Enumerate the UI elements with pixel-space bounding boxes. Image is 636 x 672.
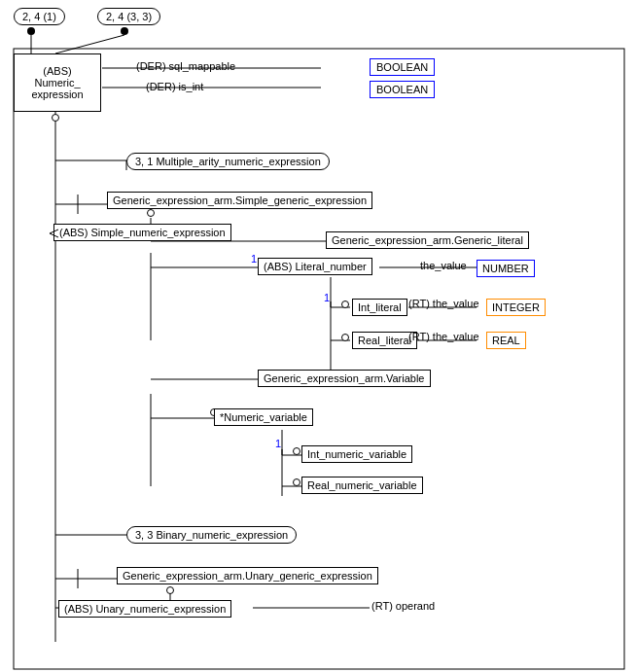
real-literal-box: Real_literal bbox=[352, 332, 417, 349]
filled-circle-2 bbox=[121, 27, 128, 35]
tag2: 2, 4 (3, 3) bbox=[97, 8, 160, 25]
filled-circle-1 bbox=[27, 27, 35, 35]
blue-1-int: 1 bbox=[324, 292, 330, 303]
tag1: 2, 4 (1) bbox=[14, 8, 65, 25]
diagram-container: 2, 4 (1) 2, 4 (3, 3) (ABS) Numeric_ expr… bbox=[0, 0, 636, 672]
boolean-box-2: BOOLEAN bbox=[370, 81, 435, 98]
generic-literal-box: Generic_expression_arm.Generic_literal bbox=[326, 231, 529, 249]
rt-the-value-1: (RT) the_value bbox=[408, 298, 479, 309]
integer-box: INTEGER bbox=[486, 299, 546, 316]
number-box: NUMBER bbox=[477, 260, 535, 277]
small-circle-intnumvar bbox=[293, 447, 300, 455]
rt-operand-label: (RT) operand bbox=[371, 600, 435, 612]
der-sql-label: (DER) sql_mappable bbox=[136, 60, 235, 72]
small-circle-real bbox=[341, 334, 349, 341]
numeric-variable-box: *Numeric_variable bbox=[214, 408, 313, 426]
literal-number-box: (ABS) Literal_number bbox=[258, 258, 372, 275]
the-value-label: the_value bbox=[420, 260, 467, 271]
small-circle-abs bbox=[52, 114, 59, 122]
generic-variable-box: Generic_expression_arm.Variable bbox=[258, 370, 431, 387]
simple-numeric-box: (ABS) Simple_numeric_expression bbox=[53, 224, 231, 241]
small-circle-realnumvar bbox=[293, 478, 300, 486]
der-isint-label: (DER) is_int bbox=[146, 81, 203, 92]
rt-the-value-2: (RT) the_value bbox=[408, 331, 479, 342]
unary-numeric-box: (ABS) Unary_numeric_expression bbox=[58, 600, 231, 618]
small-circle-generic-simple bbox=[147, 209, 155, 217]
real-numeric-variable-box: Real_numeric_variable bbox=[301, 477, 423, 494]
boolean-box-1: BOOLEAN bbox=[370, 58, 435, 76]
generic-unary-box: Generic_expression_arm.Unary_generic_exp… bbox=[117, 567, 378, 584]
multiple-arity-box: 3, 1 Multiple_arity_numeric_expression bbox=[126, 153, 330, 170]
blue-1-label: 1 bbox=[251, 253, 257, 265]
generic-simple-box: Generic_expression_arm.Simple_generic_ex… bbox=[107, 192, 372, 209]
binary-numeric-box: 3, 3 Binary_numeric_expression bbox=[126, 526, 297, 544]
numeric-expression-box: (ABS) Numeric_ expression bbox=[14, 53, 101, 112]
svg-line-47 bbox=[55, 35, 124, 53]
int-literal-box: Int_literal bbox=[352, 299, 407, 316]
small-circle-int bbox=[341, 301, 349, 308]
blue-1-numvar: 1 bbox=[275, 438, 281, 449]
small-circle-unary bbox=[166, 586, 174, 594]
real-box: REAL bbox=[486, 332, 526, 349]
int-numeric-variable-box: Int_numeric_variable bbox=[301, 445, 412, 463]
